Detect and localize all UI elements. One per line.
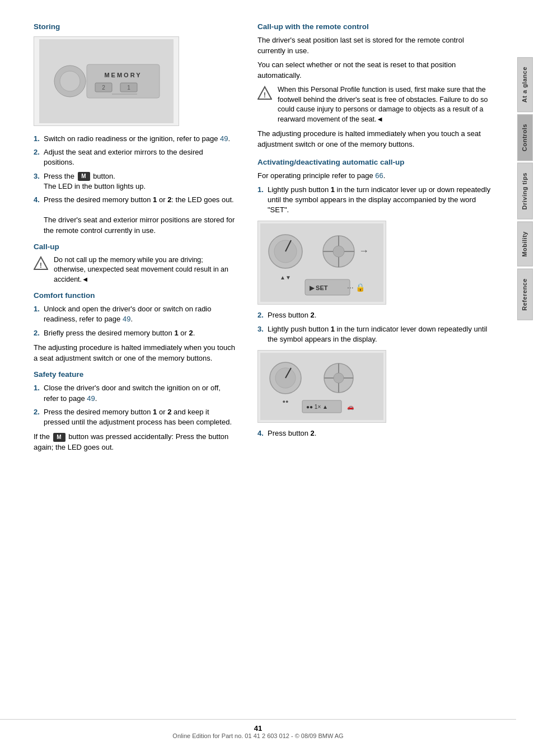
svg-text:!: ! <box>40 261 42 269</box>
memory-panel-svg: MEMORY 2 1 <box>39 39 174 123</box>
sidebar-tab-at-a-glance[interactable]: At a glance <box>517 57 533 112</box>
callup-remote-warning-icon: ! <box>257 86 273 101</box>
activating-steps-list: 1. Lightly push button 1 in the turn ind… <box>257 185 494 216</box>
comfort-steps-list: 1. Unlock and open the driver's door or … <box>34 304 235 338</box>
callup-section: Call-up ! Do not call up the memory whil… <box>34 242 235 285</box>
callup-remote-heading: Call-up with the remote control <box>257 22 494 31</box>
comfort-function-section: Comfort function 1. Unlock and open the … <box>34 291 235 363</box>
comfort-function-heading: Comfort function <box>34 291 235 300</box>
svg-rect-3 <box>87 64 160 98</box>
svg-text:🔒: 🔒 <box>355 283 366 292</box>
cluster-image-2: ●● ●● 1× ▲ 🚗 <box>257 350 386 423</box>
callup-heading: Call-up <box>34 242 235 251</box>
callup-remote-warning-text: When this Personal Profile function is u… <box>278 85 494 124</box>
m-button-icon: M <box>78 172 90 181</box>
svg-text:▲▼: ▲▼ <box>280 274 291 281</box>
callup-warning-icon: ! <box>34 256 49 272</box>
callup-warning-text: Do not call up the memory while you are … <box>54 255 235 285</box>
svg-text:●●: ●● <box>283 399 289 404</box>
svg-text:●● 1× ▲: ●● 1× ▲ <box>306 404 328 410</box>
cluster-image-1: ▲▼ → ▶ SET 🔒 <box>257 221 386 305</box>
comfort-body-text: The adjusting procedure is halted immedi… <box>34 343 235 364</box>
activating-heading: Activating/deactivating automatic call-u… <box>257 158 494 166</box>
main-content: Storing MEMORY <box>0 0 516 756</box>
storing-section: Storing MEMORY <box>34 22 235 236</box>
callup-remote-body2: You can select whether or not the seat i… <box>257 60 494 81</box>
svg-text:···: ··· <box>347 283 354 292</box>
sidebar-tab-driving-tips[interactable]: Driving tips <box>517 163 533 220</box>
activating-step-2: 2. Press button 2. <box>257 310 494 320</box>
storing-step-2: 2. Adjust the seat and exterior mirrors … <box>34 147 235 167</box>
storing-step-1: 1. Switch on radio readiness or the igni… <box>34 134 235 144</box>
sidebar-tab-reference[interactable]: Reference <box>517 269 533 320</box>
svg-text:1: 1 <box>127 85 130 91</box>
safety-steps-list: 1. Close the driver's door and switch th… <box>34 383 235 427</box>
safety-feature-heading: Safety feature <box>34 370 235 379</box>
safety-step-2: 2. Press the desired memory button 1 or … <box>34 407 235 427</box>
footer-text: Online Edition for Part no. 01 41 2 603 … <box>0 732 516 739</box>
cluster-svg-2: ●● ●● 1× ▲ 🚗 <box>260 353 383 420</box>
page-number: 41 <box>0 724 516 732</box>
svg-text:!: ! <box>264 91 266 99</box>
sidebar-tab-mobility[interactable]: Mobility <box>517 222 533 267</box>
safety-body-text: If the M button was pressed accidentally… <box>34 432 235 453</box>
activating-steps-list-2: 2. Press button 2. 3. Lightly push butto… <box>257 310 494 344</box>
callup-remote-body1: The driver's seat position last set is s… <box>257 35 494 57</box>
page-footer: 41 Online Edition for Part no. 01 41 2 6… <box>0 719 516 739</box>
svg-text:→: → <box>359 245 369 256</box>
activating-body1: For operating principle refer to page 66… <box>257 171 494 181</box>
right-column: Call-up with the remote control The driv… <box>246 22 494 739</box>
svg-text:MEMORY: MEMORY <box>104 72 142 78</box>
activating-step-3: 3. Lightly push button 1 in the turn ind… <box>257 324 494 344</box>
safety-step-1: 1. Close the driver's door and switch th… <box>34 383 235 403</box>
callup-remote-warning-box: ! When this Personal Profile function is… <box>257 85 494 124</box>
storing-heading: Storing <box>34 22 235 31</box>
sidebar-tab-controls[interactable]: Controls <box>517 114 533 161</box>
activating-step-1: 1. Lightly push button 1 in the turn ind… <box>257 185 494 216</box>
memory-image: MEMORY 2 1 <box>34 36 179 126</box>
svg-text:🚗: 🚗 <box>347 403 354 410</box>
callup-warning-box: ! Do not call up the memory while you ar… <box>34 255 235 285</box>
activating-step-4: 4. Press button 2. <box>257 428 494 438</box>
safety-feature-section: Safety feature 1. Close the driver's doo… <box>34 370 235 452</box>
cluster-svg-1: ▲▼ → ▶ SET 🔒 <box>260 223 383 302</box>
storing-step-3: 3. Press the M button.The LED in the but… <box>34 171 235 192</box>
storing-step-4: 4. Press the desired memory button 1 or … <box>34 195 235 236</box>
comfort-step-2: 2. Briefly press the desired memory butt… <box>34 328 235 338</box>
activating-section: Activating/deactivating automatic call-u… <box>257 158 494 438</box>
m-button-icon-2: M <box>53 433 65 442</box>
warning-triangle-svg-2: ! <box>257 86 272 100</box>
svg-point-2 <box>60 71 80 91</box>
page-container: Storing MEMORY <box>0 0 534 756</box>
callup-remote-body3: The adjusting procedure is halted immedi… <box>257 129 494 150</box>
svg-text:▶ SET: ▶ SET <box>310 284 328 291</box>
svg-point-20 <box>333 246 344 257</box>
sidebar-tabs: At a glance Controls Driving tips Mobili… <box>516 0 534 756</box>
comfort-step-1: 1. Unlock and open the driver's door or … <box>34 304 235 324</box>
svg-point-36 <box>334 373 344 383</box>
left-column: Storing MEMORY <box>34 22 246 739</box>
callup-remote-section: Call-up with the remote control The driv… <box>257 22 494 150</box>
svg-text:2: 2 <box>102 85 105 91</box>
storing-steps-list: 1. Switch on radio readiness or the igni… <box>34 134 235 236</box>
activating-steps-list-3: 4. Press button 2. <box>257 428 494 438</box>
warning-triangle-svg: ! <box>34 256 48 270</box>
